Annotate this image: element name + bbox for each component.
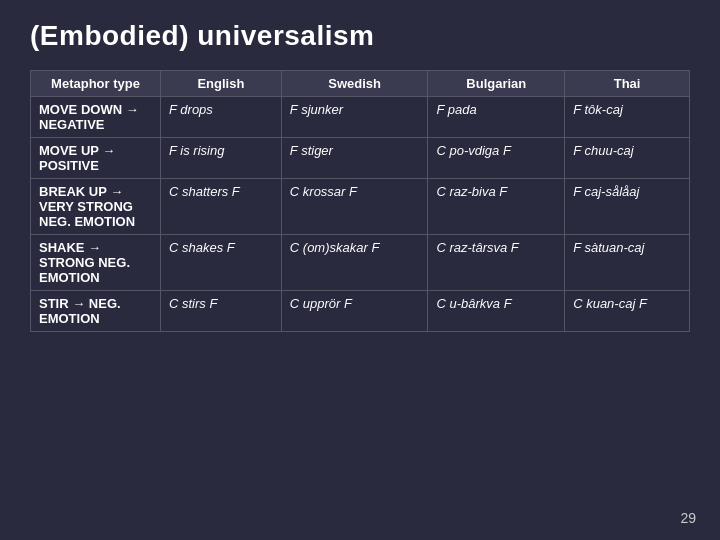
cell-thai: F caj-sålåaj <box>565 179 690 235</box>
table-row: MOVE UP → POSITIVEF is risingF stigerC p… <box>31 138 690 179</box>
cell-bulgarian: F pada <box>428 97 565 138</box>
header-swedish: Swedish <box>281 71 428 97</box>
cell-metaphor: SHAKE → STRONG NEG. EMOTION <box>31 235 161 291</box>
header-thai: Thai <box>565 71 690 97</box>
table-row: MOVE DOWN → NEGATIVEF dropsF sjunkerF pa… <box>31 97 690 138</box>
cell-bulgarian: C raz-târsva F <box>428 235 565 291</box>
cell-swedish: C (om)skakar F <box>281 235 428 291</box>
cell-english: C stirs F <box>161 291 282 332</box>
page-title: (Embodied) universalism <box>30 20 690 52</box>
cell-metaphor: STIR → NEG. EMOTION <box>31 291 161 332</box>
header-metaphor: Metaphor type <box>31 71 161 97</box>
cell-english: C shatters F <box>161 179 282 235</box>
cell-bulgarian: C u-bârkva F <box>428 291 565 332</box>
cell-metaphor: MOVE UP → POSITIVE <box>31 138 161 179</box>
table-row: STIR → NEG. EMOTIONC stirs FC upprör FC … <box>31 291 690 332</box>
table-header-row: Metaphor type English Swedish Bulgarian … <box>31 71 690 97</box>
cell-bulgarian: C raz-biva F <box>428 179 565 235</box>
cell-english: C shakes F <box>161 235 282 291</box>
cell-swedish: F sjunker <box>281 97 428 138</box>
cell-bulgarian: C po-vdiga F <box>428 138 565 179</box>
header-english: English <box>161 71 282 97</box>
cell-thai: F sàtuan-caj <box>565 235 690 291</box>
table-row: BREAK UP → VERY STRONG NEG. EMOTIONC sha… <box>31 179 690 235</box>
cell-english: F is rising <box>161 138 282 179</box>
main-table: Metaphor type English Swedish Bulgarian … <box>30 70 690 332</box>
table-row: SHAKE → STRONG NEG. EMOTIONC shakes FC (… <box>31 235 690 291</box>
cell-metaphor: MOVE DOWN → NEGATIVE <box>31 97 161 138</box>
cell-english: F drops <box>161 97 282 138</box>
cell-metaphor: BREAK UP → VERY STRONG NEG. EMOTION <box>31 179 161 235</box>
cell-swedish: F stiger <box>281 138 428 179</box>
cell-thai: F tôk-caj <box>565 97 690 138</box>
header-bulgarian: Bulgarian <box>428 71 565 97</box>
cell-thai: C kuan-caj F <box>565 291 690 332</box>
cell-swedish: C krossar F <box>281 179 428 235</box>
page: (Embodied) universalism Metaphor type En… <box>0 0 720 540</box>
cell-swedish: C upprör F <box>281 291 428 332</box>
page-number: 29 <box>680 510 696 526</box>
cell-thai: F chuu-caj <box>565 138 690 179</box>
